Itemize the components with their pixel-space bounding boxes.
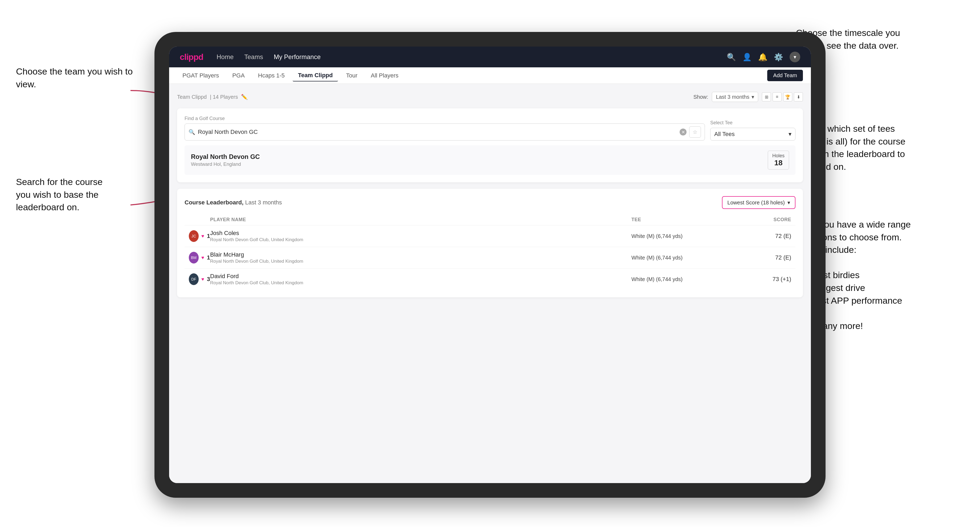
leaderboard-card: Course Leaderboard, Last 3 months Lowest… xyxy=(177,189,803,297)
player-count: | 14 Players xyxy=(210,94,238,100)
player-name-2: Blair McHarg xyxy=(210,251,632,258)
course-name: Royal North Devon GC xyxy=(191,153,260,160)
users-icon[interactable]: 👤 xyxy=(743,53,752,62)
rank-num-3: 3 xyxy=(207,276,210,283)
tab-team-clippd[interactable]: Team Clippd xyxy=(293,70,338,81)
team-header: Team Clippd | 14 Players ✏️ Show: Last 3… xyxy=(177,92,803,102)
score-cell-3: 73 (+1) xyxy=(738,276,791,283)
main-nav: Home Teams My Performance xyxy=(216,53,727,61)
edit-icon[interactable]: ✏️ xyxy=(241,94,248,100)
nav-my-performance[interactable]: My Performance xyxy=(274,53,321,61)
holes-badge: Holes 18 xyxy=(768,151,789,170)
tab-pga[interactable]: PGA xyxy=(227,70,250,81)
table-row: JC ♥ 1 Josh Coles Royal North Devon Golf… xyxy=(185,225,795,247)
player-avatar-1: JC xyxy=(189,230,199,242)
player-club-1: Royal North Devon Golf Club, United King… xyxy=(210,237,632,243)
score-cell-1: 72 (E) xyxy=(738,233,791,240)
trophy-icon[interactable]: 🏆 xyxy=(783,92,792,102)
chevron-down-icon: ▾ xyxy=(788,199,790,206)
player-cell-1: Josh Coles Royal North Devon Golf Club, … xyxy=(210,230,632,243)
col-score: SCORE xyxy=(738,217,791,222)
tee-cell-3: White (M) (6,744 yds) xyxy=(632,276,738,283)
heart-icon-2: ♥ xyxy=(201,255,204,260)
leaderboard-title: Course Leaderboard, Last 3 months xyxy=(185,199,282,206)
nav-home[interactable]: Home xyxy=(216,53,234,61)
tee-cell-2: White (M) (6,744 yds) xyxy=(632,255,738,261)
show-controls: Show: Last 3 months ▾ ⊞ ≡ 🏆 ⬇ xyxy=(694,92,803,102)
rank-num-1: 1 xyxy=(207,233,210,240)
ipad-screen: clippd Home Teams My Performance 🔍 👤 🔔 ⚙… xyxy=(169,46,811,483)
tab-pgat-players[interactable]: PGAT Players xyxy=(177,70,224,81)
row-rank-1: JC ♥ 1 xyxy=(189,230,210,242)
list-view-icon[interactable]: ≡ xyxy=(773,92,781,102)
heart-icon-3: ♥ xyxy=(201,276,204,282)
heart-icon-1: ♥ xyxy=(201,233,204,239)
main-content: Team Clippd | 14 Players ✏️ Show: Last 3… xyxy=(169,84,811,483)
course-location: Westward Hol, England xyxy=(191,162,260,167)
holes-label: Holes xyxy=(772,153,784,158)
period-dropdown[interactable]: Last 3 months ▾ xyxy=(712,92,758,102)
team-title-group: Team Clippd | 14 Players ✏️ xyxy=(177,94,248,100)
leaderboard-header: Course Leaderboard, Last 3 months Lowest… xyxy=(185,196,795,209)
table-row: DF ♥ 3 David Ford Royal North Devon Golf… xyxy=(185,268,795,290)
grid-view-icon[interactable]: ⊞ xyxy=(762,92,771,102)
row-rank-2: BM ♥ 1 xyxy=(189,252,210,264)
chevron-down-icon: ▾ xyxy=(751,94,754,100)
holes-value: 18 xyxy=(772,159,784,167)
course-info: Royal North Devon GC Westward Hol, Engla… xyxy=(191,153,260,167)
download-icon[interactable]: ⬇ xyxy=(794,92,803,102)
course-search-input[interactable] xyxy=(198,129,677,135)
view-icons: ⊞ ≡ 🏆 ⬇ xyxy=(762,92,803,102)
course-search-card: Find a Golf Course 🔍 ✕ ☆ Select Tee All … xyxy=(177,108,803,182)
star-button[interactable]: ☆ xyxy=(689,126,701,138)
score-cell-2: 72 (E) xyxy=(738,254,791,261)
player-name-3: David Ford xyxy=(210,273,632,280)
tee-dropdown[interactable]: All Tees ▾ xyxy=(710,128,795,141)
player-avatar-2: BM xyxy=(189,252,199,264)
search-icon[interactable]: 🔍 xyxy=(727,53,736,62)
tee-cell-1: White (M) (6,744 yds) xyxy=(632,233,738,239)
tab-tour[interactable]: Tour xyxy=(340,70,363,81)
team-name: Team Clippd xyxy=(177,94,207,100)
search-icon: 🔍 xyxy=(189,129,195,135)
table-column-headers: PLAYER NAME TEE SCORE xyxy=(185,214,795,225)
bell-icon[interactable]: 🔔 xyxy=(758,53,767,62)
col-player-name: PLAYER NAME xyxy=(210,217,632,222)
search-row: Find a Golf Course 🔍 ✕ ☆ Select Tee All … xyxy=(185,116,795,141)
nav-teams[interactable]: Teams xyxy=(244,53,263,61)
course-search-group: Find a Golf Course 🔍 ✕ ☆ xyxy=(185,116,705,141)
clear-search-button[interactable]: ✕ xyxy=(679,129,687,135)
player-name-1: Josh Coles xyxy=(210,230,632,237)
leaderboard-table: PLAYER NAME TEE SCORE JC ♥ 1 Josh Coles xyxy=(185,214,795,290)
table-row: BM ♥ 1 Blair McHarg Royal North Devon Go… xyxy=(185,247,795,268)
app-logo: clippd xyxy=(180,52,203,62)
score-type-dropdown[interactable]: Lowest Score (18 holes) ▾ xyxy=(722,196,795,209)
chevron-down-icon: ▾ xyxy=(789,131,791,138)
player-club-3: Royal North Devon Golf Club, United King… xyxy=(210,280,632,286)
tee-select-label: Select Tee xyxy=(710,120,795,125)
rank-num-2: 1 xyxy=(207,254,210,261)
course-search-input-wrap: 🔍 ✕ ☆ xyxy=(185,124,705,141)
user-avatar[interactable]: ▾ xyxy=(790,52,800,62)
row-rank-3: DF ♥ 3 xyxy=(189,273,210,285)
tab-hcaps[interactable]: Hcaps 1-5 xyxy=(253,70,290,81)
tee-select-group: Select Tee All Tees ▾ xyxy=(710,120,795,141)
show-label: Show: xyxy=(694,94,708,100)
col-tee: TEE xyxy=(632,217,738,222)
player-avatar-3: DF xyxy=(189,273,199,285)
player-cell-2: Blair McHarg Royal North Devon Golf Club… xyxy=(210,251,632,264)
navbar-icons: 🔍 👤 🔔 ⚙️ ▾ xyxy=(727,52,800,62)
settings-icon[interactable]: ⚙️ xyxy=(774,53,783,62)
tab-all-players[interactable]: All Players xyxy=(365,70,404,81)
course-search-label: Find a Golf Course xyxy=(185,116,705,121)
team-annotation: Choose the team you wish to view. xyxy=(16,65,133,90)
course-annotation: Search for the courseyou wish to base th… xyxy=(16,176,103,214)
sub-tabs-bar: PGAT Players PGA Hcaps 1-5 Team Clippd T… xyxy=(169,67,811,84)
navbar: clippd Home Teams My Performance 🔍 👤 🔔 ⚙… xyxy=(169,46,811,67)
col-rank xyxy=(189,217,210,222)
course-result: Royal North Devon GC Westward Hol, Engla… xyxy=(185,145,795,175)
add-team-button[interactable]: Add Team xyxy=(767,70,803,81)
player-cell-3: David Ford Royal North Devon Golf Club, … xyxy=(210,273,632,286)
player-club-2: Royal North Devon Golf Club, United King… xyxy=(210,259,632,264)
ipad-frame: clippd Home Teams My Performance 🔍 👤 🔔 ⚙… xyxy=(154,32,826,498)
